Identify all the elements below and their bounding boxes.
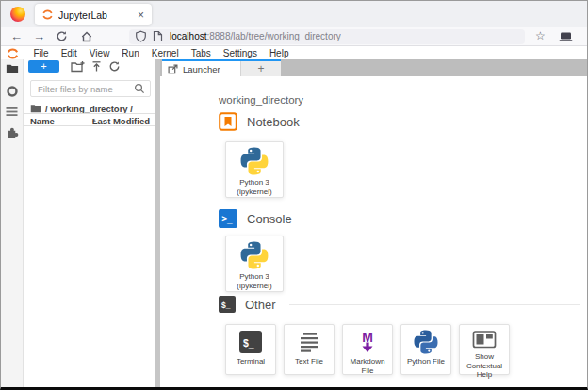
url-bar[interactable]: localhost:8888/lab/tree/working_director…: [129, 29, 525, 44]
card-console-python3[interactable]: Python 3 (ipykernel): [225, 236, 284, 292]
bookmark-star-icon[interactable]: ☆: [535, 29, 546, 42]
menu-file[interactable]: File: [27, 47, 55, 59]
file-browser-tab-icon[interactable]: [6, 63, 19, 74]
firefox-logo-icon[interactable]: [10, 7, 25, 22]
card-label: Python 3 (ipykernel): [235, 272, 273, 290]
forward-icon[interactable]: →: [33, 29, 45, 44]
browser-tab[interactable]: JupyterLab ×: [35, 4, 152, 25]
card-label: Show Contextual Help: [460, 352, 509, 380]
page-icon[interactable]: [153, 30, 163, 42]
jupyterlab-workspace: +: [1, 59, 587, 387]
tab-close-icon[interactable]: ×: [137, 10, 145, 20]
jupyter-logo-icon: [6, 48, 20, 59]
card-text-file[interactable]: Text File: [284, 324, 335, 375]
section-rule: [313, 122, 580, 122]
python-logo-icon: [240, 241, 269, 269]
section-rule: [289, 304, 580, 305]
card-label: Text File: [293, 357, 325, 366]
new-launcher-button[interactable]: +: [28, 60, 59, 73]
menu-edit[interactable]: Edit: [55, 47, 83, 59]
launcher-panel: working_directory Notebook: [160, 76, 587, 387]
browser-tab-bar: JupyterLab ×: [1, 1, 587, 27]
tab-launcher[interactable]: Launcher: [162, 61, 240, 76]
shield-icon[interactable]: [135, 30, 147, 42]
url-path: :8888/lab/tree/working_directory: [206, 31, 340, 41]
column-last-modified[interactable]: Last Modified: [92, 116, 150, 126]
file-browser-panel: +: [24, 59, 155, 387]
file-list-header: Name ▲ Last Modified: [24, 113, 155, 126]
section-label: Other: [245, 298, 276, 312]
new-folder-icon[interactable]: [71, 60, 85, 73]
svg-text:>_: >_: [221, 214, 233, 224]
menu-kernel[interactable]: Kernel: [145, 47, 185, 59]
card-label: Markdown File: [343, 357, 392, 375]
url-host: localhost: [170, 31, 206, 41]
section-rule: [305, 219, 580, 219]
reload-icon[interactable]: [56, 30, 68, 42]
breadcrumb-path: / working_directory /: [45, 104, 133, 114]
menu-run[interactable]: Run: [116, 47, 145, 59]
svg-text:$_: $_: [221, 301, 231, 310]
terminal-icon: $_: [239, 331, 262, 353]
back-icon[interactable]: ←: [10, 29, 23, 44]
section-label: Notebook: [247, 115, 300, 129]
refresh-icon[interactable]: [108, 60, 121, 73]
column-name[interactable]: Name: [30, 116, 55, 126]
text-file-icon: [298, 331, 320, 353]
file-filter-input[interactable]: [36, 83, 134, 95]
folder-icon[interactable]: [30, 104, 41, 113]
contextual-help-icon: [472, 330, 497, 349]
jupyterlab-menu-bar: File Edit View Run Kernel Tabs Settings …: [1, 47, 587, 59]
card-label: Python 3 (ipykernel): [235, 178, 273, 196]
menu-tabs[interactable]: Tabs: [185, 47, 217, 59]
card-terminal[interactable]: $_ Terminal: [225, 324, 276, 375]
svg-text:$_: $_: [243, 337, 254, 349]
activity-bar: [1, 59, 24, 387]
add-tab-button[interactable]: +: [240, 61, 281, 76]
running-sessions-icon[interactable]: [6, 85, 19, 98]
table-of-contents-icon[interactable]: [6, 106, 18, 117]
console-icon: >_: [219, 209, 237, 228]
upload-icon[interactable]: [90, 60, 103, 73]
section-notebook: Notebook: [219, 112, 580, 131]
card-python-file[interactable]: Python File: [400, 324, 451, 375]
card-markdown-file[interactable]: M Markdown File: [342, 324, 393, 375]
menu-help[interactable]: Help: [263, 47, 295, 59]
home-icon[interactable]: [80, 30, 93, 42]
browser-tab-title: JupyterLab: [58, 9, 137, 21]
notebook-icon: [219, 112, 237, 131]
launcher-tab-label: Launcher: [183, 64, 220, 74]
card-notebook-python3[interactable]: Python 3 (ipykernel): [225, 141, 284, 198]
file-filter-box: [30, 80, 151, 97]
section-label: Console: [247, 212, 292, 226]
jupyter-favicon-icon: [41, 9, 54, 20]
section-console: >_ Console: [219, 209, 580, 228]
dock-tab-bar: Launcher +: [160, 59, 587, 76]
python-file-icon: [414, 330, 438, 354]
screenshot-frame: JupyterLab × ← → localhost:8888/lab/tree…: [0, 0, 588, 390]
launcher-cwd: working_directory: [219, 94, 580, 106]
menu-settings[interactable]: Settings: [217, 47, 263, 59]
python-logo-icon: [240, 147, 269, 175]
terminal-mini-icon: $_: [219, 296, 236, 313]
extension-manager-icon[interactable]: [6, 126, 19, 139]
browser-toolbar: ← → localhost:8888/lab/tree/working_dire…: [1, 27, 587, 46]
markdown-icon: M: [355, 330, 380, 354]
card-label: Terminal: [235, 357, 267, 366]
url-text: localhost:8888/lab/tree/working_director…: [170, 31, 341, 41]
send-to-device-icon[interactable]: [559, 30, 573, 42]
section-other: $_ Other: [219, 295, 580, 314]
menu-view[interactable]: View: [83, 47, 116, 59]
search-icon: [134, 83, 145, 94]
launcher-tab-icon: [168, 64, 178, 74]
card-show-contextual-help[interactable]: Show Contextual Help: [459, 324, 510, 375]
main-dock-panel: Launcher + working_directory Notebook: [160, 59, 587, 387]
card-label: Python File: [405, 357, 447, 366]
